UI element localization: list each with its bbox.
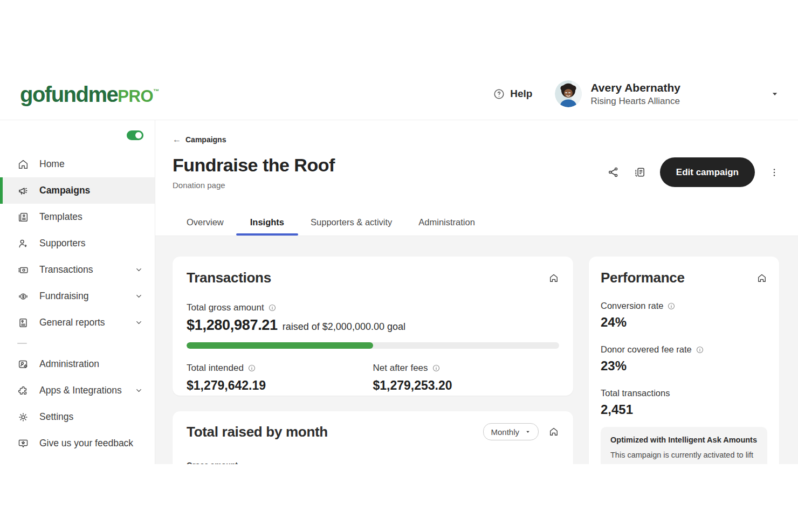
chevron-down-icon[interactable] xyxy=(135,292,143,300)
user-text: Avery Abernathy Rising Hearts Alliance xyxy=(590,81,680,106)
total-intended-label: Total intended xyxy=(187,363,244,374)
caret-down-icon xyxy=(525,429,531,435)
edit-campaign-button[interactable]: Edit campaign xyxy=(660,157,755,187)
global-header: gofundmePRO™ Help xyxy=(0,0,798,120)
callout-title: Optimized with Intelligent Ask Amounts xyxy=(610,436,758,444)
transactions-card: Transactions Total gross amount xyxy=(173,257,573,396)
logo-wordmark: gofundme xyxy=(20,82,118,107)
card-title: Transactions xyxy=(187,270,271,286)
sidebar-divider xyxy=(0,336,155,351)
goal-context: raised of $2,000,000.00 goal xyxy=(283,321,405,333)
net-after-fees-value: $1,279,253.20 xyxy=(373,378,560,393)
transactions-icon xyxy=(17,264,29,276)
series-label: Gross amount xyxy=(187,461,559,464)
sidebar-item-label: Home xyxy=(39,158,65,170)
info-icon[interactable] xyxy=(696,346,704,354)
total-transactions-value: 2,451 xyxy=(601,402,767,417)
goal-progress-fill xyxy=(187,342,373,349)
campaign-subheader: ← Campaigns Fundraise the Roof Donation … xyxy=(155,120,798,236)
insights-content: Transactions Total gross amount xyxy=(155,236,798,464)
breadcrumb[interactable]: ← Campaigns xyxy=(173,135,780,144)
pin-to-home-icon[interactable] xyxy=(548,273,559,284)
info-icon[interactable] xyxy=(667,302,676,310)
goal-progress-bar xyxy=(187,342,559,349)
feedback-icon xyxy=(17,438,29,450)
tab-administration[interactable]: Administration xyxy=(418,217,475,236)
help-button[interactable]: Help xyxy=(493,88,532,100)
sidebar-item-fundraising[interactable]: Fundraising xyxy=(0,283,155,309)
user-organization: Rising Hearts Alliance xyxy=(590,96,680,107)
page-title: Fundraise the Roof xyxy=(173,155,335,176)
app-window: gofundmePRO™ Help xyxy=(0,0,798,532)
chevron-down-icon[interactable] xyxy=(135,266,143,274)
gross-amount-label-row: Total gross amount xyxy=(187,302,559,313)
sidebar-item-label: Templates xyxy=(39,211,82,223)
sidebar-item-feedback[interactable]: Give us your feedback xyxy=(0,430,155,457)
sidebar-item-campaigns[interactable]: Campaigns xyxy=(0,177,155,204)
info-icon[interactable] xyxy=(268,303,277,312)
puzzle-icon xyxy=(17,385,29,397)
sidebar-item-label: Give us your feedback xyxy=(39,438,133,449)
campaign-actions: Edit campaign xyxy=(607,157,780,187)
share-icon[interactable] xyxy=(607,166,620,178)
pin-to-home-icon[interactable] xyxy=(756,273,767,284)
card-title: Total raised by month xyxy=(187,424,328,440)
kebab-menu-icon[interactable] xyxy=(769,167,780,178)
chevron-down-icon[interactable] xyxy=(135,386,143,395)
pin-to-home-icon[interactable] xyxy=(548,426,559,437)
sidebar-item-label: General reports xyxy=(39,317,105,328)
sidebar-item-label: Settings xyxy=(39,411,73,423)
total-intended-value: $1,279,642.19 xyxy=(187,378,373,393)
donor-fee-rate-label: Donor covered fee rate xyxy=(601,344,692,355)
gross-amount-line: $1,280,987.21 raised of $2,000,000.00 go… xyxy=(187,317,559,334)
page-subtitle: Donation page xyxy=(173,181,335,190)
back-arrow-icon: ← xyxy=(173,135,181,144)
tab-insights[interactable]: Insights xyxy=(250,217,284,236)
fundraising-icon xyxy=(17,291,29,302)
logo-pro-suffix: PRO xyxy=(118,87,153,106)
sidebar-item-label: Apps & Integrations xyxy=(39,385,122,396)
chevron-down-icon[interactable] xyxy=(135,319,143,327)
net-after-fees-stat: Net after fees $1,279,253.20 xyxy=(373,363,560,393)
sidebar-collapse-toggle[interactable] xyxy=(127,130,143,140)
sidebar-item-apps-integrations[interactable]: Apps & Integrations xyxy=(0,377,155,404)
gofundme-pro-logo[interactable]: gofundmePRO™ xyxy=(20,82,159,120)
sidebar-item-templates[interactable]: Templates xyxy=(0,204,155,230)
callout-body: This campaign is currently activated to … xyxy=(610,450,758,461)
sidebar-item-home[interactable]: Home xyxy=(0,151,155,177)
templates-icon xyxy=(17,211,29,223)
gross-amount-label: Total gross amount xyxy=(187,302,264,313)
user-name: Avery Abernathy xyxy=(590,81,680,94)
tab-supporters-activity[interactable]: Supporters & activity xyxy=(311,217,392,236)
sidebar-item-label: Transactions xyxy=(39,264,93,275)
toggle-knob xyxy=(135,132,142,139)
sidebar-item-general-reports[interactable]: General reports xyxy=(0,309,155,336)
sidebar-item-settings[interactable]: Settings xyxy=(0,404,155,430)
title-row: Fundraise the Roof Donation page xyxy=(173,155,780,190)
user-menu[interactable]: Avery Abernathy Rising Hearts Alliance xyxy=(555,80,780,107)
caret-down-icon[interactable] xyxy=(770,89,780,99)
help-icon xyxy=(493,88,505,100)
donor-fee-rate-stat: Donor covered fee rate 23% xyxy=(601,344,767,374)
breadcrumb-label: Campaigns xyxy=(185,135,226,144)
tab-overview[interactable]: Overview xyxy=(187,217,224,236)
sidebar-item-transactions[interactable]: Transactions xyxy=(0,257,155,283)
gross-amount-value: $1,280,987.21 xyxy=(187,317,278,334)
transactions-stats-row: Total intended $1,279,642.19 Net after f… xyxy=(187,363,559,393)
duplicate-icon[interactable] xyxy=(634,166,646,178)
info-icon[interactable] xyxy=(432,364,441,372)
main-area: ← Campaigns Fundraise the Roof Donation … xyxy=(155,120,798,464)
sidebar-item-supporters[interactable]: Supporters xyxy=(0,230,155,257)
home-icon xyxy=(17,158,29,170)
intelligent-ask-callout: Optimized with Intelligent Ask Amounts T… xyxy=(601,427,767,464)
total-raised-by-month-card: Total raised by month Monthly xyxy=(173,411,573,464)
avatar xyxy=(555,80,582,107)
total-transactions-stat: Total transactions 2,451 xyxy=(601,388,767,417)
total-intended-stat: Total intended $1,279,642.19 xyxy=(187,363,373,393)
sidebar-item-label: Supporters xyxy=(39,238,86,249)
info-icon[interactable] xyxy=(247,364,256,372)
title-block: Fundraise the Roof Donation page xyxy=(173,155,335,190)
sidebar-item-administration[interactable]: Administration xyxy=(0,351,155,377)
trademark-symbol: ™ xyxy=(153,88,159,94)
period-select[interactable]: Monthly xyxy=(483,423,539,440)
